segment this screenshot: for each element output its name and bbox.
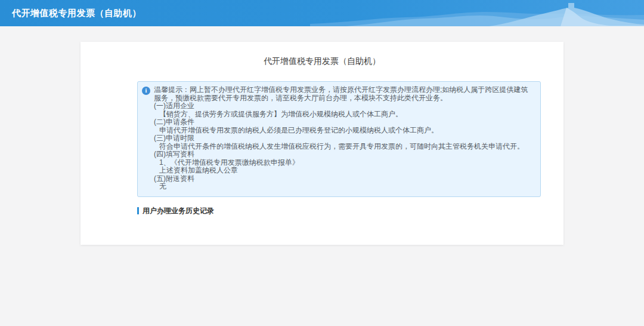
app-header: 代开增值税专用发票（自助机）: [0, 0, 644, 26]
notice-line-section-2: (二)申请条件: [154, 118, 534, 127]
notice-text: 温馨提示：网上暂不办理代开红字增值税专用发票业务，请按原代开红字发票办理流程办理…: [154, 86, 534, 191]
notice-line-section-3: (三)申请时限: [154, 134, 534, 143]
notice-line-detail-5: 无: [154, 183, 534, 191]
accent-bar: [137, 207, 139, 214]
notice-line-section-4: (四)填写资料: [154, 150, 534, 159]
history-section-header: 用户办理业务历史记录: [137, 206, 541, 216]
notice-line-detail-3: 符合申请代开条件的增值税纳税人发生增值税应税行为，需要开具专用发票的，可随时向其…: [154, 143, 534, 151]
content-card: 代开增值税专用发票（自助机） i 温馨提示：网上暂不办理代开红字增值税专用发票业…: [80, 42, 564, 245]
notice-line-detail-4b: 上述资料加盖纳税人公章: [154, 167, 534, 175]
great-wall-decoration-icon: [310, 0, 644, 26]
notice-box: i 温馨提示：网上暂不办理代开红字增值税专用发票业务，请按原代开红字发票办理流程…: [137, 81, 541, 197]
history-section-title: 用户办理业务历史记录: [143, 206, 214, 216]
info-icon: i: [142, 87, 150, 95]
card-title: 代开增值税专用发票（自助机）: [80, 42, 564, 67]
page-title: 代开增值税专用发票（自助机）: [12, 0, 141, 26]
notice-line-detail-4a: 1、《代开增值税专用发票缴纳税款申报单》: [154, 159, 534, 167]
page-background: 代开增值税专用发票（自助机） i 温馨提示：网上暂不办理代开红字增值税专用发票业…: [0, 26, 644, 326]
notice-line-section-1: (一)适用企业: [154, 102, 534, 110]
notice-line-detail-1: 【销货方、提供劳务方或提供服务方】为增值税小规模纳税人或个体工商户。: [154, 110, 534, 119]
card-content: i 温馨提示：网上暂不办理代开红字增值税专用发票业务，请按原代开红字发票办理流程…: [137, 81, 541, 216]
notice-line-detail-2: 申请代开增值税专用发票的纳税人必须是已办理税务登记的小规模纳税人或个体工商户。: [154, 127, 534, 135]
notice-line-tip: 温馨提示：网上暂不办理代开红字增值税专用发票业务，请按原代开红字发票办理流程办理…: [154, 86, 534, 102]
notice-line-section-5: (五)附送资料: [154, 175, 534, 183]
